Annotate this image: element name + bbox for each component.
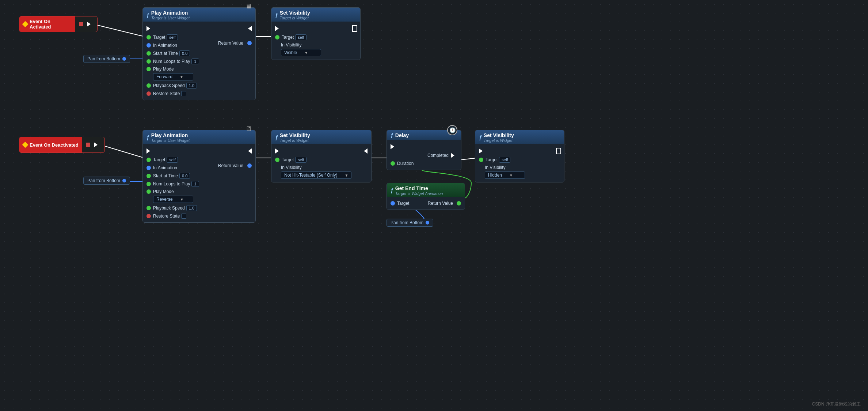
play-anim-top-header: ƒ Play Animation Target is User Widget bbox=[143, 8, 255, 22]
exec-in-sv-top bbox=[275, 26, 279, 31]
play-mode-row-bottom: Play Mode Reverse ▼ bbox=[143, 188, 255, 204]
chevron-vis-right: ▼ bbox=[509, 173, 513, 177]
get-end-body: Target Return Value bbox=[387, 197, 465, 210]
play-mode-pin bbox=[146, 67, 151, 71]
diamond-icon bbox=[22, 21, 28, 27]
chevron-icon: ▼ bbox=[180, 75, 183, 79]
num-loops-value: 1 bbox=[191, 59, 199, 64]
num-loops-row-bottom: Num Loops to Play 1 bbox=[143, 180, 255, 188]
delay-title: Delay bbox=[395, 132, 409, 138]
exec-in-pin-play-top bbox=[146, 26, 150, 31]
start-time-pin-b bbox=[146, 174, 151, 178]
target-row-sv-top: Target self bbox=[271, 33, 360, 41]
func-icon-delay: ƒ bbox=[391, 132, 393, 138]
target-value-sv-right: self bbox=[499, 157, 510, 163]
event-activated-text: Event On Activated bbox=[30, 19, 72, 30]
visibility-dropdown-right[interactable]: Hidden ▼ bbox=[485, 171, 525, 179]
restore-state-label: Restore State bbox=[153, 91, 180, 96]
set-vis-right-header: ƒ Set Visibility Target is Widget bbox=[475, 130, 564, 144]
get-end-target-pin bbox=[391, 201, 395, 206]
func-icon-b: ƒ bbox=[146, 135, 149, 140]
num-loops-pin bbox=[146, 59, 151, 64]
restore-state-checkbox[interactable] bbox=[181, 91, 186, 96]
event-deactivated-label: Event On Deactivated bbox=[19, 137, 82, 152]
target-pin-b bbox=[146, 158, 151, 162]
set-vis-top-title: Set Visibility bbox=[280, 10, 310, 16]
exec-in-pin-play-bottom bbox=[146, 148, 150, 154]
set-vis-top-header: ƒ Set Visibility Target is Widget bbox=[271, 8, 360, 22]
visibility-value-right: Hidden bbox=[488, 173, 502, 178]
target-label-sv-top: Target bbox=[282, 35, 294, 40]
event-deactivated-text: Event On Deactivated bbox=[30, 142, 79, 148]
restore-state-checkbox-b[interactable] bbox=[181, 214, 186, 219]
visibility-value-bottom: Not Hit-Testable (Self Only) bbox=[284, 173, 337, 178]
in-anim-pin-b bbox=[146, 166, 151, 170]
restore-state-row-bottom: Restore State bbox=[143, 212, 255, 220]
in-anim-label: In Animation bbox=[153, 43, 177, 48]
func-icon: ƒ bbox=[146, 12, 149, 18]
play-mode-value-bottom: Reverse bbox=[156, 197, 173, 202]
set-vis-right-body: Target self In Visibility Hidden ▼ bbox=[475, 144, 564, 182]
completed-row: Completed bbox=[387, 151, 461, 159]
play-anim-bottom-subtitle: Target is User Widget bbox=[151, 138, 190, 143]
delay-node: 🕐 ƒ Delay Completed Duration bbox=[387, 130, 461, 170]
play-mode-row-top: Play Mode Forward ▼ bbox=[143, 65, 255, 82]
num-loops-row-top: Num Loops to Play 1 bbox=[143, 57, 255, 65]
start-time-value: 0.0 bbox=[179, 50, 190, 56]
playback-speed-label: Playback Speed bbox=[153, 83, 185, 88]
target-value: self bbox=[167, 34, 178, 40]
play-mode-label-b: Play Mode bbox=[153, 189, 174, 194]
visibility-dropdown-top[interactable]: Visible ▼ bbox=[281, 49, 321, 56]
target-pin-sv-top bbox=[275, 35, 279, 39]
restore-state-pin-b bbox=[146, 214, 151, 218]
target-row-bottom: Target self bbox=[143, 156, 255, 164]
svg-line-0 bbox=[93, 24, 144, 37]
play-mode-pin-b bbox=[146, 189, 151, 194]
event-activated-label: Event On Activated bbox=[19, 16, 75, 32]
target-row-sv-right: Target self bbox=[475, 156, 564, 164]
start-time-row-top: Start at Time 0.0 bbox=[143, 49, 255, 57]
num-loops-pin-b bbox=[146, 182, 151, 186]
target-row-top: Target self bbox=[143, 33, 255, 41]
in-vis-row-right: In Visibility Hidden ▼ bbox=[475, 164, 564, 180]
visibility-dropdown-bottom[interactable]: Not Hit-Testable (Self Only) ▼ bbox=[281, 171, 351, 179]
playback-speed-row-top: Playback Speed 1.0 bbox=[143, 82, 255, 90]
pan-tag-get-end-label: Pan from Bottom bbox=[391, 220, 423, 225]
pan-tag-bottom: Pan from Bottom bbox=[83, 177, 130, 185]
play-anim-top-title: Play Animation bbox=[151, 10, 190, 16]
playback-speed-value-bottom: 1.0 bbox=[186, 205, 197, 211]
get-end-return-label: Return Value bbox=[428, 201, 453, 206]
in-vis-row-bottom: In Visibility Not Hit-Testable (Self Onl… bbox=[271, 164, 371, 180]
func-icon-sv2: ƒ bbox=[275, 135, 278, 140]
duration-row: Duration bbox=[387, 159, 461, 167]
playback-speed-label-b: Playback Speed bbox=[153, 206, 185, 211]
exec-out-sv-bottom bbox=[364, 148, 368, 154]
pan-blue-dot-bottom bbox=[122, 179, 126, 182]
exec-row-top bbox=[143, 24, 255, 33]
in-vis-label-top: In Visibility bbox=[281, 42, 301, 48]
set-vis-right-title: Set Visibility bbox=[484, 132, 514, 138]
set-vis-bottom-body: Target self In Visibility Not Hit-Testab… bbox=[271, 144, 371, 182]
play-mode-dropdown-top[interactable]: Forward ▼ bbox=[153, 73, 193, 80]
completed-label-text: Completed bbox=[427, 153, 449, 158]
exec-row-delay bbox=[387, 142, 461, 151]
get-end-target-row: Target Return Value bbox=[387, 199, 465, 207]
playback-speed-pin bbox=[146, 83, 151, 88]
target-row-sv-bottom: Target self bbox=[271, 156, 371, 164]
set-vis-bottom-node: ƒ Set Visibility Target is Widget Target… bbox=[271, 130, 372, 182]
in-vis-label-right: In Visibility bbox=[485, 165, 505, 170]
play-mode-value-top: Forward bbox=[156, 74, 172, 79]
func-icon-get: ƒ bbox=[391, 188, 393, 193]
play-anim-top-node: 🖥 ƒ Play Animation Target is User Widget… bbox=[142, 7, 256, 100]
target-label-b: Target bbox=[153, 157, 165, 162]
playback-speed-pin-b bbox=[146, 206, 151, 210]
play-mode-dropdown-bottom[interactable]: Reverse ▼ bbox=[153, 196, 193, 203]
num-loops-label: Num Loops to Play bbox=[153, 59, 190, 64]
stop-box bbox=[79, 22, 83, 26]
pan-tag-get-end: Pan from Bottom bbox=[387, 219, 433, 227]
play-anim-bottom-body: Target self In Animation Start at Time 0… bbox=[143, 144, 255, 222]
stop-box-2 bbox=[86, 143, 90, 147]
return-value-pin-top bbox=[247, 41, 252, 45]
return-value-label-top: Return Value bbox=[218, 41, 243, 46]
set-vis-top-subtitle: Target is Widget bbox=[280, 16, 310, 20]
